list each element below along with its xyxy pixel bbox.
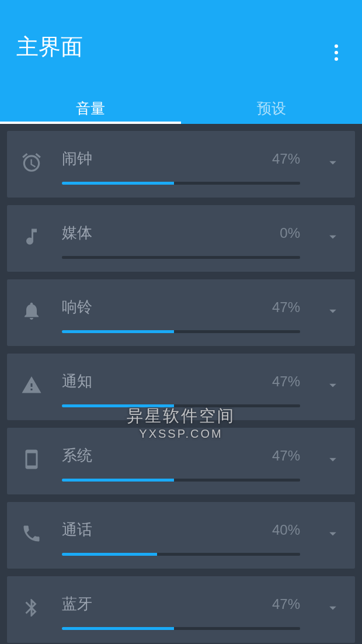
music-icon: [19, 224, 44, 250]
tab-bar: 音量 预设: [0, 92, 362, 124]
volume-percent: 47%: [272, 373, 300, 390]
volume-card-ring: 响铃 47%: [7, 279, 355, 346]
volume-percent: 47%: [272, 151, 300, 167]
expand-button[interactable]: [322, 375, 343, 396]
call-icon: [19, 521, 44, 546]
alert-icon: [19, 372, 44, 398]
volume-card-alarm: 闹钟 47%: [7, 131, 355, 198]
volume-label: 通话: [62, 520, 92, 540]
alarm-icon: [19, 150, 44, 175]
volume-card-call: 通话 40%: [7, 502, 355, 569]
volume-percent: 47%: [272, 448, 300, 464]
bell-icon: [19, 298, 44, 324]
volume-percent: 47%: [272, 596, 300, 612]
page-title: 主界面: [0, 0, 362, 62]
volume-slider-media[interactable]: [62, 256, 300, 259]
volume-slider-notification[interactable]: [62, 404, 300, 407]
tab-volume[interactable]: 音量: [0, 92, 181, 124]
volume-slider-alarm[interactable]: [62, 182, 300, 185]
volume-percent: 0%: [280, 225, 300, 241]
phone-device-icon: [19, 446, 44, 472]
volume-label: 系统: [62, 445, 92, 466]
expand-button[interactable]: [322, 300, 343, 321]
volume-label: 媒体: [62, 223, 92, 243]
expand-button[interactable]: [322, 152, 343, 173]
bluetooth-icon: [19, 595, 44, 621]
volume-label: 响铃: [62, 297, 92, 317]
expand-button[interactable]: [322, 226, 343, 247]
volume-label: 闹钟: [62, 148, 92, 169]
tab-preset[interactable]: 预设: [181, 92, 362, 124]
volume-percent: 40%: [272, 522, 300, 538]
expand-button[interactable]: [322, 597, 343, 618]
volume-list: 闹钟 47% 媒体 0% 响铃: [0, 124, 362, 644]
volume-slider-ring[interactable]: [62, 330, 300, 333]
volume-card-bluetooth: 蓝牙 47%: [7, 576, 355, 643]
overflow-menu-button[interactable]: [325, 41, 348, 64]
expand-button[interactable]: [322, 523, 343, 544]
volume-slider-system[interactable]: [62, 479, 300, 482]
volume-slider-bluetooth[interactable]: [62, 627, 300, 630]
volume-card-notification: 通知 47%: [7, 354, 355, 420]
app-header: 主界面: [0, 0, 362, 92]
volume-label: 通知: [62, 371, 92, 392]
volume-card-system: 系统 47%: [7, 428, 355, 494]
expand-button[interactable]: [322, 449, 343, 470]
volume-percent: 47%: [272, 299, 300, 316]
volume-card-media: 媒体 0%: [7, 205, 355, 272]
volume-slider-call[interactable]: [62, 553, 300, 556]
volume-label: 蓝牙: [62, 594, 92, 614]
